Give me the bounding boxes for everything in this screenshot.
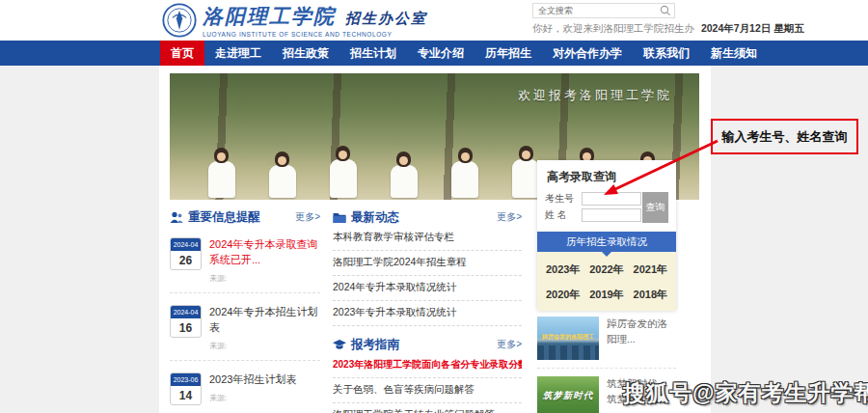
main-nav: 首页 走进理工 招生政策 招生计划 专业介绍 历年招生 对外合作办学 联系我们 … xyxy=(0,41,868,66)
year-link-2022[interactable]: 2022年 xyxy=(584,262,628,277)
video-item[interactable]: 踔厉奋发的洛阳理工 踔厉奋发的洛阳理... xyxy=(537,317,676,369)
list-item[interactable]: 2024年专升本录取情况统计 xyxy=(333,276,522,301)
year-link-2023[interactable]: 2023年 xyxy=(541,262,584,277)
video-thumbnail[interactable]: 筑梦新时代 xyxy=(537,376,599,413)
guide-title: 报考指南 xyxy=(351,337,399,353)
video-caption[interactable]: 踔厉奋发的洛阳理... xyxy=(607,317,676,360)
nav-item-about[interactable]: 走进理工 xyxy=(204,41,272,66)
year-link-2020[interactable]: 2020年 xyxy=(541,288,584,302)
callout-box: 输入考生号、姓名查询 xyxy=(711,119,858,154)
news-item[interactable]: 2024-04 16 2024年专升本招生计划表 来源: xyxy=(170,305,320,361)
header: 洛阳理工学院 招生办公室 LUOYANG INSTITUTE OF SCIENC… xyxy=(0,0,868,41)
important-info-title: 重要信息提醒 xyxy=(188,209,260,226)
nav-item-majors[interactable]: 专业介绍 xyxy=(407,41,475,66)
red-arrow-icon xyxy=(590,133,725,203)
nav-item-freshman[interactable]: 新生须知 xyxy=(700,41,768,66)
latest-news-more-link[interactable]: 更多> xyxy=(497,210,522,224)
welcome-text: 你好，欢迎来到洛阳理工学院招生办 2024年7月12日 星期五 xyxy=(532,22,804,36)
date-badge: 2024-04 26 xyxy=(170,237,202,270)
person-icon xyxy=(170,211,183,224)
middle-column: 最新动态 更多> 本科教育教学审核评估专栏 洛阳理工学院2024年招生章程 20… xyxy=(333,208,522,413)
date-badge: 2023-06 14 xyxy=(170,372,202,405)
date-badge: 2024-04 16 xyxy=(170,305,202,338)
office-name: 招生办公室 xyxy=(345,10,427,28)
year-link-2019[interactable]: 2019年 xyxy=(584,288,628,302)
year-link-2018[interactable]: 2018年 xyxy=(629,288,672,302)
history-years-grid: 2023年 2022年 2021年 2020年 2019年 2018年 xyxy=(537,252,676,311)
banner-overlay-text: 欢迎报考洛阳理工学院 xyxy=(518,87,672,104)
current-date: 2024年7月12日 星期五 xyxy=(701,22,804,34)
news-link[interactable]: 2023年招生计划表 xyxy=(209,372,296,388)
list-item[interactable]: 洛阳理工学院2024年招生章程 xyxy=(333,251,522,276)
graduation-cap-icon xyxy=(333,339,346,351)
search-icon[interactable] xyxy=(659,4,672,17)
search-input[interactable] xyxy=(533,6,659,15)
news-item[interactable]: 2023-06 14 2023年招生计划表 来源: xyxy=(170,372,320,413)
candidate-number-label: 考生号 xyxy=(545,192,582,206)
important-info-section: 重要信息提醒 更多> 2024-04 26 2024年专升本录取查询系统已开..… xyxy=(170,208,320,413)
year-link-2021[interactable]: 2021年 xyxy=(629,262,672,277)
nav-item-home[interactable]: 首页 xyxy=(160,41,204,66)
nav-item-contact[interactable]: 联系我们 xyxy=(633,41,700,66)
list-item[interactable]: 本科教育教学审核评估专栏 xyxy=(333,226,522,251)
name-label: 姓 名 xyxy=(545,208,582,222)
name-input[interactable] xyxy=(582,208,641,222)
nav-item-history[interactable]: 历年招生 xyxy=(475,41,542,66)
folder-icon xyxy=(333,211,346,224)
list-item[interactable]: 洛阳理工学院关于转专业等问题解答 xyxy=(333,403,522,413)
search-box xyxy=(532,3,675,18)
guide-more-link[interactable]: 更多> xyxy=(497,338,522,351)
watermark-text: 搜狐号@家有考生升学帮 xyxy=(623,378,868,408)
nav-item-policy[interactable]: 招生政策 xyxy=(272,41,339,66)
logo[interactable]: 洛阳理工学院 招生办公室 LUOYANG INSTITUTE OF SCIENC… xyxy=(162,3,427,38)
list-item[interactable]: 2023年洛阳理工学院面向各省分专业录取分数情况 xyxy=(333,353,522,378)
news-source: 来源: xyxy=(209,393,296,403)
important-more-link[interactable]: 更多> xyxy=(295,210,320,224)
news-link[interactable]: 2024年专升本录取查询系统已开... xyxy=(209,237,320,268)
news-source: 来源: xyxy=(209,273,320,284)
news-source: 来源: xyxy=(209,341,320,351)
nav-item-plan[interactable]: 招生计划 xyxy=(339,41,407,66)
news-link[interactable]: 2024年专升本招生计划表 xyxy=(209,305,320,336)
university-seal-icon xyxy=(162,3,197,38)
history-admissions-header: 历年招生录取情况 xyxy=(537,232,676,252)
nav-item-cooperation[interactable]: 对外合作办学 xyxy=(542,41,633,66)
news-item[interactable]: 2024-04 26 2024年专升本录取查询系统已开... 来源: xyxy=(170,237,320,293)
school-name: 洛阳理工学院 xyxy=(203,3,336,30)
school-name-en: LUOYANG INSTITUTE OF SCIENCE AND TECHNOL… xyxy=(203,31,427,38)
list-item[interactable]: 关于色弱、色盲等疾病问题解答 xyxy=(333,378,522,403)
list-item[interactable]: 2023年专升本录取情况统计 xyxy=(333,301,522,326)
latest-news-title: 最新动态 xyxy=(351,209,399,226)
video-thumbnail[interactable]: 踔厉奋发的洛阳理工 xyxy=(537,317,599,360)
